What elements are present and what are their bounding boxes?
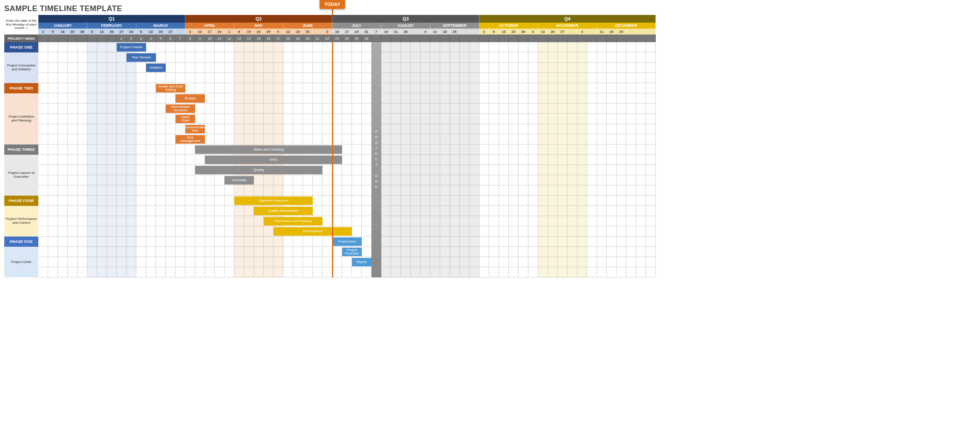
project-week-cell [58,35,68,42]
project-week-cell: 22 [323,35,332,42]
day-cell: 17 [205,29,215,35]
project-week-cell: 10 [205,35,215,42]
day-cell: 18 [440,29,450,35]
day-cell: 9 [48,29,58,35]
gantt-body: PHASE ONEProject Conception and Initiati… [4,42,656,277]
day-cell: 18 [607,29,617,35]
task-bar[interactable]: Status and Tracking [195,145,342,154]
today-line [332,42,333,277]
month-september: SEPTEMBER [430,23,479,29]
project-week-cell [48,35,58,42]
project-week-cell [470,35,479,42]
month-february: FEBRUARY [87,23,136,29]
day-cell: 25 [617,29,626,35]
project-week-cell [391,35,401,42]
task-bar[interactable]: Quality Deliverables [254,207,313,215]
day-cell: 21 [391,29,401,35]
day-cell: 11 [597,29,607,35]
day-cell: 2 [38,29,48,35]
phase-desc: Project Definition and Planning [4,93,38,144]
project-week-cell [440,35,450,42]
day-cell: 25 [450,29,460,35]
day-cell: 3 [323,29,332,35]
gantt-grid: Project CharterPlan ReviewInitiationScop… [38,42,656,277]
project-week-cell [479,35,489,42]
task-bar[interactable]: Quality [195,166,323,174]
day-cell: 6 [136,29,146,35]
task-bar[interactable]: Project Punchlist [342,248,362,256]
day-cell [626,29,636,35]
phase-header: PHASE TWO [4,83,38,93]
project-week-cell [489,35,499,42]
project-week-cell: 26 [362,35,372,42]
project-week-cell [401,35,411,42]
day-cell: 13 [146,29,156,35]
phase-desc: Project Close [4,247,38,277]
day-cell: 16 [58,29,68,35]
day-cell: 30 [519,29,528,35]
month-may: MAY [234,23,283,29]
quarter-q1: Q1 [38,15,185,23]
phase-desc: Project Conception and Initiation [4,52,38,83]
month-january: JANUARY [38,23,87,29]
day-cell [587,29,597,35]
day-cell [460,29,470,35]
project-week-cell: 12 [225,35,234,42]
today-flag: TODAY [320,0,345,9]
day-cell: 3 [185,29,195,35]
day-cell: 1 [225,29,234,35]
day-cell: 6 [87,29,97,35]
task-bar[interactable]: Risk Management [176,135,205,144]
phase-header: PHASE THREE [4,144,38,155]
task-bar[interactable]: Gantt Chart [176,115,195,123]
quarter-q2: Q2 [185,15,332,23]
month-march: MARCH [136,23,185,29]
project-week-cell [519,35,528,42]
project-week-cell: 21 [313,35,323,42]
day-cell: 24 [352,29,362,35]
task-bar[interactable]: Report [352,258,372,266]
project-week-cell [430,35,440,42]
day-cell: 29 [264,29,274,35]
quarter-q3: Q3 [332,15,479,23]
task-bar[interactable]: Postmortem [332,237,362,246]
task-bar[interactable]: Objective Execution [234,196,313,205]
project-week-cell: 24 [342,35,352,42]
header-quarters: Enter the date of the first Monday of ea… [4,15,656,23]
day-cell: 5 [274,29,283,35]
day-cell [176,29,185,35]
project-week-cell [626,35,636,42]
day-cell: 27 [558,29,568,35]
project-week-cell: 13 [234,35,244,42]
task-bar[interactable]: Scope and Goal Setting [156,84,185,92]
project-week-cell [577,35,587,42]
day-cell: 20 [156,29,166,35]
task-bar[interactable]: Performance [274,227,352,236]
project-week-cell: 2 [127,35,136,42]
day-cell: 11 [430,29,440,35]
task-bar[interactable]: Project Charter [117,43,146,52]
month-november: NOVEMBER [538,23,597,29]
task-bar[interactable]: Effort and Cost Tracking [264,217,323,225]
task-bar[interactable]: Forecasts [225,176,254,185]
project-week-cell: 15 [254,35,264,42]
task-bar[interactable]: Communication Plan [185,125,205,133]
project-week-cell: 16 [264,35,274,42]
project-week-cell [597,35,607,42]
task-bar[interactable]: Work Bkdwn Structure [166,104,195,113]
project-week-cell [646,35,656,42]
day-cell: 13 [97,29,107,35]
project-week-cell [421,35,430,42]
day-cell: 15 [244,29,254,35]
day-cell: 20 [107,29,117,35]
task-bar[interactable]: Budget [176,94,205,103]
header-months: JANUARYFEBRUARYMARCHAPRILMAYJUNEJULYAUGU… [4,23,656,29]
phase-desc: Project Launch of Execution [4,155,38,196]
day-cell [411,29,421,35]
task-bar[interactable]: KPIs [205,156,342,164]
task-bar[interactable]: Plan Review [127,53,156,62]
project-week-cell [97,35,107,42]
day-cell: 27 [166,29,176,35]
task-bar[interactable]: Initiation [146,64,166,72]
day-cell: 16 [499,29,509,35]
